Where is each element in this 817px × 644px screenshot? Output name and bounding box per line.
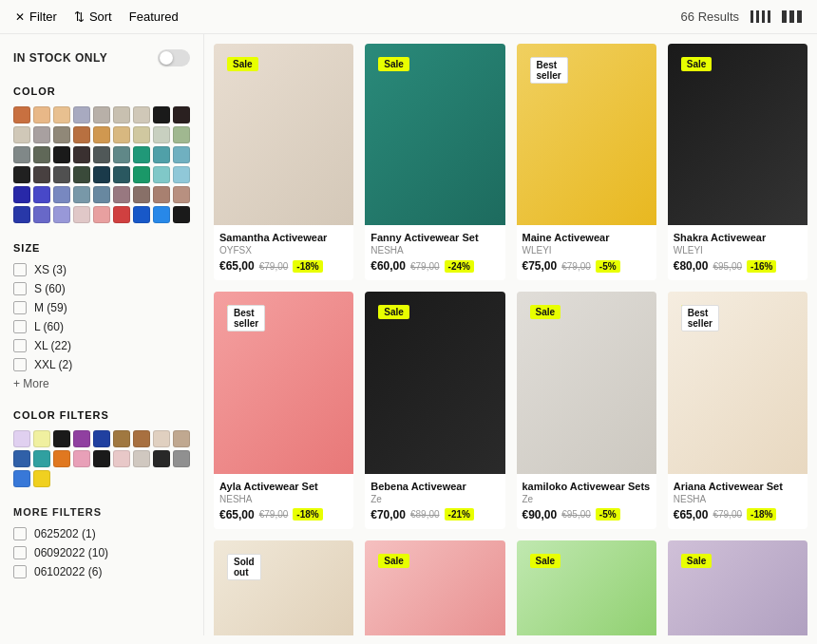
color-swatch[interactable] bbox=[73, 206, 90, 223]
product-card-maine[interactable]: Sale Best seller Maine Activewear WLEYI … bbox=[517, 44, 656, 280]
color-swatch[interactable] bbox=[93, 106, 110, 123]
product-card-fanny[interactable]: Sale Fanny Activewear Set NESHA €60,00 €… bbox=[365, 44, 504, 280]
color-swatch[interactable] bbox=[113, 106, 130, 123]
size-checkbox-l[interactable] bbox=[13, 320, 27, 333]
color-swatch[interactable] bbox=[73, 106, 90, 123]
color-filter-swatch[interactable] bbox=[13, 430, 30, 447]
product-card-kamiloko[interactable]: Sale kamiloko Activewear Sets Ze €90,00 … bbox=[517, 292, 656, 528]
color-filter-swatch[interactable] bbox=[33, 450, 50, 467]
color-swatch[interactable] bbox=[13, 106, 30, 123]
color-swatch[interactable] bbox=[73, 166, 90, 183]
sort-button[interactable]: ⇅ Sort bbox=[74, 9, 112, 24]
color-filter-swatch[interactable] bbox=[53, 450, 70, 467]
color-swatch[interactable] bbox=[153, 186, 170, 203]
color-swatch[interactable] bbox=[33, 106, 50, 123]
color-swatch[interactable] bbox=[13, 206, 30, 223]
filter-checkbox-2[interactable] bbox=[13, 546, 27, 559]
color-swatch[interactable] bbox=[153, 106, 170, 123]
color-swatch[interactable] bbox=[13, 146, 30, 163]
size-checkbox-xxl[interactable] bbox=[13, 358, 27, 371]
color-filter-swatch[interactable] bbox=[133, 450, 150, 467]
product-card-row3a[interactable]: Sold out bbox=[214, 540, 353, 635]
grid-large-icon[interactable] bbox=[782, 10, 802, 23]
color-swatch[interactable] bbox=[53, 106, 70, 123]
more-sizes-link[interactable]: + More bbox=[13, 377, 190, 390]
size-xl[interactable]: XL (22) bbox=[13, 339, 190, 352]
color-swatch[interactable] bbox=[73, 186, 90, 203]
color-swatch[interactable] bbox=[93, 126, 110, 143]
color-swatch[interactable] bbox=[153, 166, 170, 183]
size-xxl[interactable]: XXL (2) bbox=[13, 358, 190, 371]
color-swatch[interactable] bbox=[133, 146, 150, 163]
size-checkbox-xs[interactable] bbox=[13, 263, 27, 276]
product-card-shakra[interactable]: Sale Shakra Activewear WLEYI €80,00 €95,… bbox=[668, 44, 808, 280]
color-swatch[interactable] bbox=[13, 126, 30, 143]
color-swatch[interactable] bbox=[133, 166, 150, 183]
size-l[interactable]: L (60) bbox=[13, 320, 190, 333]
color-swatch[interactable] bbox=[33, 146, 50, 163]
color-filter-swatch[interactable] bbox=[93, 450, 110, 467]
product-card-row3d[interactable]: Sale bbox=[668, 540, 808, 635]
color-filter-swatch[interactable] bbox=[33, 470, 50, 487]
color-filter-swatch[interactable] bbox=[33, 430, 50, 447]
color-filter-swatch[interactable] bbox=[93, 430, 110, 447]
color-filter-swatch[interactable] bbox=[73, 450, 90, 467]
color-swatch[interactable] bbox=[13, 186, 30, 203]
color-swatch[interactable] bbox=[173, 126, 190, 143]
color-swatch[interactable] bbox=[93, 206, 110, 223]
product-card-bebena[interactable]: Sale Bebena Activewear Ze €70,00 €89,00 … bbox=[365, 292, 504, 528]
color-swatch[interactable] bbox=[173, 106, 190, 123]
color-swatch[interactable] bbox=[173, 206, 190, 223]
color-filter-swatch[interactable] bbox=[113, 450, 130, 467]
color-swatch[interactable] bbox=[53, 206, 70, 223]
color-swatch[interactable] bbox=[73, 126, 90, 143]
color-filter-swatch[interactable] bbox=[13, 470, 30, 487]
color-swatch[interactable] bbox=[33, 206, 50, 223]
color-swatch[interactable] bbox=[93, 166, 110, 183]
size-checkbox-m[interactable] bbox=[13, 301, 27, 314]
color-swatch[interactable] bbox=[53, 126, 70, 143]
size-xs[interactable]: XS (3) bbox=[13, 263, 190, 276]
color-swatch[interactable] bbox=[93, 146, 110, 163]
product-card-ayla[interactable]: Sale Best seller Ayla Activewear Set NES… bbox=[214, 292, 353, 528]
color-filter-swatch[interactable] bbox=[153, 430, 170, 447]
filter-button[interactable]: ✕ Filter bbox=[15, 9, 57, 24]
color-swatch[interactable] bbox=[113, 206, 130, 223]
color-swatch[interactable] bbox=[133, 126, 150, 143]
color-swatch[interactable] bbox=[173, 186, 190, 203]
color-swatch[interactable] bbox=[153, 206, 170, 223]
color-swatch[interactable] bbox=[133, 186, 150, 203]
color-swatch[interactable] bbox=[153, 146, 170, 163]
filter-checkbox-1[interactable] bbox=[13, 527, 27, 540]
color-swatch[interactable] bbox=[53, 146, 70, 163]
color-swatch[interactable] bbox=[93, 186, 110, 203]
color-filter-swatch[interactable] bbox=[73, 430, 90, 447]
grid-small-icon[interactable] bbox=[750, 10, 770, 23]
color-swatch[interactable] bbox=[133, 206, 150, 223]
color-swatch[interactable] bbox=[33, 166, 50, 183]
size-s[interactable]: S (60) bbox=[13, 282, 190, 295]
color-swatch[interactable] bbox=[173, 166, 190, 183]
filter-item-2[interactable]: 06092022 (10) bbox=[13, 546, 190, 559]
color-swatch[interactable] bbox=[113, 186, 130, 203]
in-stock-toggle[interactable] bbox=[158, 49, 190, 66]
product-card-samantha[interactable]: Sale Samantha Activewear OYFSX €65,00 €7… bbox=[214, 44, 353, 280]
color-swatch[interactable] bbox=[113, 166, 130, 183]
color-filter-swatch[interactable] bbox=[133, 430, 150, 447]
filter-checkbox-3[interactable] bbox=[13, 565, 27, 578]
color-swatch[interactable] bbox=[33, 126, 50, 143]
product-card-ariana[interactable]: Sale Best seller Ariana Activewear Set N… bbox=[668, 292, 808, 528]
color-filter-swatch[interactable] bbox=[173, 430, 190, 447]
color-swatch[interactable] bbox=[53, 186, 70, 203]
color-swatch[interactable] bbox=[53, 166, 70, 183]
color-swatch[interactable] bbox=[133, 106, 150, 123]
color-filter-swatch[interactable] bbox=[13, 450, 30, 467]
color-swatch[interactable] bbox=[113, 126, 130, 143]
product-card-row3c[interactable]: Sale bbox=[517, 540, 656, 635]
size-checkbox-xl[interactable] bbox=[13, 339, 27, 352]
size-m[interactable]: M (59) bbox=[13, 301, 190, 314]
color-filter-swatch[interactable] bbox=[173, 450, 190, 467]
color-filter-swatch[interactable] bbox=[53, 430, 70, 447]
filter-item-3[interactable]: 06102022 (6) bbox=[13, 565, 190, 578]
color-swatch[interactable] bbox=[33, 186, 50, 203]
